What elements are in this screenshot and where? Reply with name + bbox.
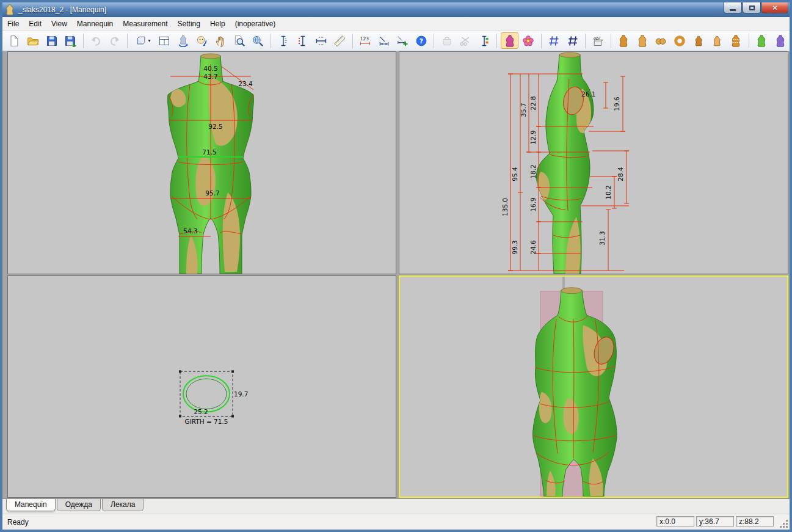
measure-horizontal-icon (315, 35, 327, 47)
toolbar-separator (541, 34, 542, 48)
menu-view[interactable]: View (46, 18, 72, 29)
zoom-region-button[interactable] (230, 32, 248, 49)
menu-edit[interactable]: Edit (24, 18, 46, 29)
ruler-button[interactable] (331, 32, 349, 49)
viewport-perspective-active[interactable] (399, 275, 788, 498)
grid-dense-button[interactable] (564, 32, 581, 49)
toolbar-separator (496, 34, 497, 48)
pants-form-icon (674, 35, 686, 47)
minimize-button[interactable] (724, 2, 742, 13)
close-button[interactable]: × (761, 2, 788, 13)
side-label-18-2: 18.2 (529, 164, 537, 178)
rotate-object-button[interactable] (174, 32, 192, 49)
paste-object-button[interactable]: ▾ (131, 32, 154, 49)
side-label-22-8: 22.8 (529, 96, 537, 110)
mannequin-green-button[interactable] (753, 32, 771, 49)
measure-123-icon (359, 35, 371, 47)
side-label-28-4: 28.4 (617, 167, 624, 181)
side-label-95-4: 95.4 (511, 167, 518, 181)
viewport-side[interactable]: 35.7 22.8 12.9 95.4 18.2 16.9 135.0 99.3… (399, 51, 788, 274)
section-depth-label: 19.7 (234, 390, 248, 398)
mannequin-body-2-button[interactable] (633, 32, 651, 49)
save-project-button[interactable] (62, 32, 79, 49)
tab-manequin[interactable]: Manequin (6, 499, 56, 511)
save-button[interactable] (43, 32, 60, 49)
mannequin-body-button[interactable] (615, 32, 633, 49)
measure-between-icon (296, 35, 308, 47)
app-window: _slaks2018_2 - [Manequin] × File Edit Vi… (0, 0, 792, 532)
menu-mannequin[interactable]: Mannequin (72, 18, 118, 29)
mannequin-sections-button[interactable] (501, 32, 518, 49)
export-obj-button[interactable] (589, 32, 607, 49)
help-button[interactable] (413, 32, 431, 49)
mannequin-purple-button[interactable] (771, 32, 789, 49)
add-dimension-icon (396, 35, 409, 47)
add-dimension-button[interactable] (394, 32, 412, 49)
pattern-flower-button[interactable] (520, 32, 537, 49)
dimension-icon (378, 35, 390, 47)
undo-button[interactable] (87, 32, 105, 49)
measure-vertical-icon (277, 35, 289, 47)
menu-setting[interactable]: Setting (173, 18, 205, 29)
title-bar[interactable]: _slaks2018_2 - [Manequin] × (2, 2, 790, 17)
resize-grip[interactable] (780, 520, 788, 528)
toolbar-separator (434, 34, 434, 48)
side-label-26-1: 26.1 (581, 90, 595, 98)
measure-colored-button[interactable] (476, 32, 493, 49)
new-document-icon (8, 35, 20, 47)
zoom-globe-icon (252, 35, 264, 47)
girth-ellipse[interactable] (183, 376, 230, 412)
side-label-135-0: 135.0 (501, 198, 509, 216)
measure-horizontal-button[interactable] (312, 32, 330, 49)
menu-inoperative[interactable]: (inoperative) (230, 18, 281, 29)
front-thigh-label: 54.3 (183, 227, 197, 235)
measure-values-button[interactable] (357, 32, 374, 49)
section-labels: 19.7 25.2 GIRTH = 71.5 (185, 390, 249, 425)
bra-form-icon (655, 35, 667, 47)
open-file-button[interactable] (24, 32, 42, 49)
mannequin-small-2-button[interactable] (708, 32, 726, 49)
toolbar-separator (585, 34, 586, 48)
new-document-button[interactable] (5, 32, 23, 49)
save-project-icon (64, 35, 76, 47)
measure-colored-icon (478, 35, 490, 47)
side-label-10-2: 10.2 (605, 185, 612, 199)
menu-measurement[interactable]: Measurement (118, 18, 172, 29)
maximize-button[interactable] (743, 2, 761, 13)
measure-vertical-button[interactable] (275, 32, 292, 49)
redo-button[interactable] (106, 32, 123, 49)
viewport-section[interactable]: 19.7 25.2 GIRTH = 71.5 (7, 275, 396, 498)
dimension-button[interactable] (375, 32, 393, 49)
measure-between-button[interactable] (293, 32, 311, 49)
garment-basket-button[interactable] (438, 32, 456, 49)
menu-help[interactable]: Help (205, 18, 230, 29)
section-view-canvas: 19.7 25.2 GIRTH = 71.5 (8, 276, 396, 497)
zoom-object-button[interactable] (249, 32, 267, 49)
pants-form-button[interactable] (671, 32, 689, 49)
save-floppy-icon (46, 35, 58, 47)
flower-icon (522, 35, 534, 47)
front-shoulder-slope-label: 23.4 (238, 80, 253, 87)
mannequin-cut-button[interactable] (727, 32, 745, 49)
viewport-layout-button[interactable] (156, 32, 173, 49)
minimize-icon (730, 9, 736, 11)
close-icon: × (772, 4, 777, 12)
bra-form-button[interactable] (652, 32, 670, 49)
toolbar-separator (352, 34, 353, 48)
zoom-page-icon (233, 35, 245, 47)
tab-odezhda[interactable]: Одежда (57, 499, 101, 511)
mannequin-purple-icon (774, 35, 787, 47)
viewport-front[interactable]: 40.5 43.7 23.4 92.5 71.5 95.7 54.3 (7, 51, 396, 274)
mannequin-magenta-icon (504, 35, 516, 47)
pan-button[interactable] (212, 32, 230, 49)
undo-icon (90, 35, 102, 47)
rotate-view-button[interactable] (193, 32, 211, 49)
tab-lekala[interactable]: Лекала (102, 499, 144, 511)
toolbar-separator (83, 34, 84, 48)
perspective-view-canvas (400, 277, 787, 497)
garment-cut-button[interactable] (457, 32, 474, 49)
grid-button[interactable] (545, 32, 563, 49)
menu-file[interactable]: File (2, 18, 24, 29)
mannequin-small-button[interactable] (689, 32, 707, 49)
front-bust-label: 92.5 (208, 123, 222, 130)
